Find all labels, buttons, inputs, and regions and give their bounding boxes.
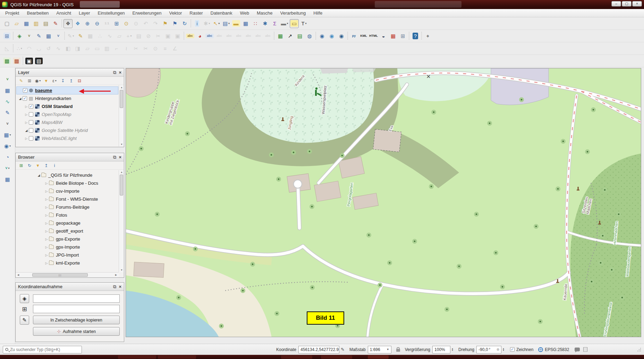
vector-dropdown-tool-button[interactable]: V▾ [3,164,12,173]
save-project-button[interactable]: ▦ [22,19,31,28]
blue-grid-tool-button[interactable]: ▦ [3,86,12,95]
layer-visibility-checkbox[interactable] [29,128,33,133]
expander-icon[interactable]: ▷ [44,237,49,241]
crs-status[interactable]: EPSG:25832 [545,347,569,352]
measure-button[interactable]: ▬▾ [280,19,289,28]
browser-item-fotos[interactable]: ▷Fotos [16,211,118,219]
vector-marker-tool-button[interactable]: V [3,119,12,128]
browser-panel-scrollbar[interactable]: ▲ ▼ [119,170,124,272]
expander-icon[interactable]: ▷ [44,190,49,193]
map-tips-button[interactable]: ▭ [290,19,299,28]
browser-item-geopackage[interactable]: ▷geopackage [16,219,118,227]
menu-ansicht[interactable]: Ansicht [52,10,75,16]
statistics-panel-button[interactable]: Σ [270,19,279,28]
browser-item-forst-wms-dienste[interactable]: ▷Forst - WMS-Dienste [16,195,118,203]
expander-icon[interactable]: ▷ [44,245,49,249]
circle-extent-tool-button[interactable]: ◔ [3,152,12,161]
expander-icon[interactable]: ▷ [24,105,29,108]
zoom-in-button[interactable]: ⊕ [83,19,92,28]
dropdown-caret-icon[interactable]: ▾ [218,22,220,25]
osm-search-button[interactable]: ◉ [337,32,346,41]
open-layer-styling-button[interactable]: ✎ [17,77,25,84]
new-project-button[interactable]: ▢ [2,19,11,28]
browser-panel-header[interactable]: Browser ⧉ × [16,153,124,161]
float-panel-icon[interactable]: ⧉ [113,70,116,75]
zoom-to-layer-button[interactable]: ⊙ [122,19,131,28]
style-manager-button[interactable]: ✎ [51,19,60,28]
new-note-button[interactable]: ▬ [231,19,240,28]
expander-icon[interactable]: ▷ [44,198,49,201]
browser-item-geotiff-export[interactable]: ▷geotiff_export [16,227,118,235]
text-annotation-button[interactable]: T▾ [299,19,308,28]
layer-visibility-checkbox[interactable]: ✓ [23,96,27,101]
attribute-grid-button[interactable]: ⊞ [398,32,407,41]
browser-item-kml-exporte[interactable]: ▷kml-Exporte [16,259,118,267]
menu-datenbank[interactable]: Datenbank [207,10,236,16]
capture-coordinates-target-button[interactable]: ⌖ [423,32,432,41]
help-button[interactable]: ? [411,32,420,41]
close-panel-icon[interactable]: × [119,70,121,75]
scale-combo[interactable]: 1:696 ▼ [368,346,391,353]
model-designer-button[interactable]: ∷ [251,19,260,28]
profile-curve-tool-button[interactable]: ∿ [3,97,12,106]
float-panel-icon[interactable]: ⧉ [113,155,116,159]
mouse-tracking-icon[interactable]: ✎ [341,347,345,352]
layer-visibility-checkbox[interactable] [29,136,33,141]
menu-verarbeitung[interactable]: Verarbeitung [277,10,310,16]
filter-expression-button[interactable]: ε▾ [51,77,58,84]
import-photos-camera-button[interactable]: ▣ [25,57,34,66]
pin-labels-button[interactable]: abc [205,32,214,41]
expander-icon[interactable]: ◢ [18,97,23,100]
minimize-button[interactable]: – [611,1,621,7]
menu-einstellungen[interactable]: Einstellungen [94,10,129,16]
osm-downloader-button[interactable]: ◒ [379,32,388,41]
select-by-value-button[interactable]: ▤▾ [222,19,231,28]
enable-properties-widget-button[interactable]: i [51,162,58,169]
layer-item-hintergrundkarten[interactable]: ◢✓▤Hintergrundkarten [16,94,118,102]
new-virtual-layer-button[interactable]: V [54,32,63,41]
new-bookmark-button[interactable]: ⚑ [161,19,170,28]
expand-all-button[interactable]: ↧ [59,77,67,84]
maximize-button[interactable]: ▢ [622,1,632,7]
title-bar[interactable]: QGIS für Pilzfreunde 19 - QGIS – ▢ × [0,0,644,9]
dropdown-caret-icon[interactable]: ▾ [21,47,22,50]
select-features-button[interactable]: ↖▾ [212,19,221,28]
coordinate-panel-header[interactable]: Koordinatenaufnahme ⧉ × [16,283,124,291]
browser-item--qgis-f-r-pilzfreunde[interactable]: ◢_QGIS für Pilzfreunde [16,171,118,179]
browser-hscrollbar[interactable]: ◀ ▶ ||| [16,272,119,277]
map-pointer-button[interactable]: ↗ [286,32,295,41]
html-tools-button[interactable]: HTML [369,32,378,41]
close-button[interactable]: × [632,1,642,7]
menu-web[interactable]: Web [236,10,253,16]
expander-icon[interactable]: ▷ [44,182,49,185]
quickmap-search-button[interactable]: ▩ [2,57,11,66]
layer-item-maps4bw[interactable]: ▷Maps4BW [16,118,118,126]
messages-icon[interactable] [575,348,580,351]
rotation-spinner[interactable]: ▲▼ [502,348,505,351]
menu-erweiterungen[interactable]: Erweiterungen [129,10,166,16]
track-mouse-button[interactable]: ✎ [20,316,29,325]
browser-item-gpx-exporte[interactable]: ▷gpx-Exporte [16,235,118,243]
collapse-all-browser-button[interactable]: ↥ [42,162,50,169]
menu-bearbeiten[interactable]: Bearbeiten [23,10,52,16]
filter-browser-button[interactable]: ▼ [34,162,42,169]
filter-legend-button[interactable]: ▼ [42,77,50,84]
add-group-button[interactable]: ⊞ [26,77,33,84]
browser-item-beide-biotope-docs[interactable]: ▷Beide Biotope - Docs [16,179,118,187]
expander-icon[interactable]: ▷ [24,113,29,116]
dropdown-caret-icon[interactable]: ▾ [209,22,210,25]
save-map-region-button[interactable]: ▧ [34,57,43,66]
layer-panel-scrollbar[interactable]: ▲ ▼ [119,85,124,147]
close-panel-icon[interactable]: × [119,284,121,289]
layer-visibility-checkbox[interactable] [29,120,33,125]
zoom-full-button[interactable]: ⊞ [112,19,121,28]
expander-icon[interactable]: ▷ [44,222,49,225]
close-panel-icon[interactable]: × [119,155,121,159]
dropdown-caret-icon[interactable]: ▾ [8,167,10,170]
layer-item-opentopomap[interactable]: ▷OpenTopoMap [16,110,118,118]
raster-calculator-button[interactable]: ▦ [276,32,285,41]
expander-icon[interactable]: ▷ [44,229,49,233]
layer-item-osm-standard[interactable]: ▷✓OSM Standard [16,102,118,110]
toggle-editing-button[interactable]: ✎ [76,32,85,41]
new-spatialite-button[interactable]: ✎ [34,32,43,41]
